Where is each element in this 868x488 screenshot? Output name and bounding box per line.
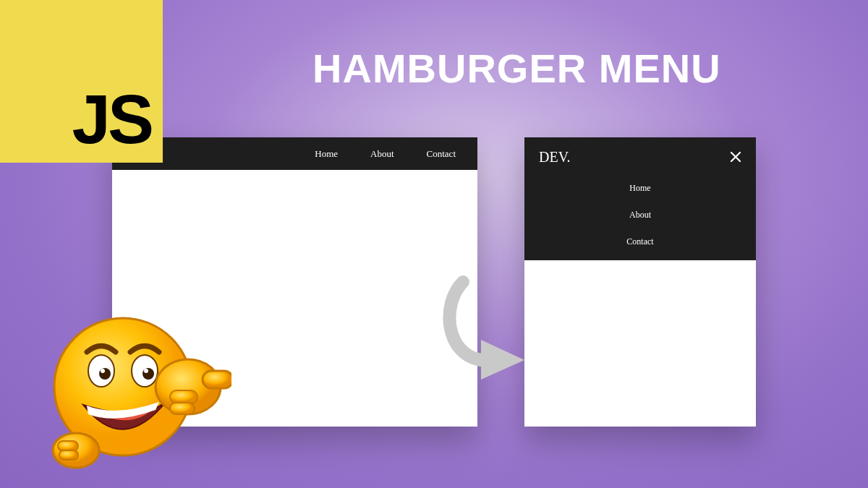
svg-rect-10 bbox=[170, 403, 195, 414]
close-icon[interactable] bbox=[730, 150, 741, 165]
mobile-nav-header: DEV. bbox=[539, 149, 741, 166]
svg-point-4 bbox=[142, 368, 154, 380]
mobile-link-contact[interactable]: Contact bbox=[626, 236, 653, 247]
mobile-link-home[interactable]: Home bbox=[629, 183, 650, 194]
mobile-nav-links: Home About Contact bbox=[539, 183, 741, 247]
mobile-link-about[interactable]: About bbox=[629, 210, 651, 221]
pointing-emoji-icon bbox=[43, 293, 231, 481]
svg-rect-12 bbox=[58, 441, 78, 451]
svg-point-3 bbox=[99, 368, 111, 380]
js-badge: JS bbox=[0, 0, 163, 163]
nav-link-about[interactable]: About bbox=[370, 148, 394, 160]
mobile-navbar: DEV. Home About Contact bbox=[524, 137, 756, 260]
mobile-nav-window: DEV. Home About Contact bbox=[524, 137, 756, 427]
page-title: HAMBURGER MENU bbox=[312, 45, 721, 92]
svg-rect-13 bbox=[59, 450, 78, 460]
js-badge-label: JS bbox=[72, 85, 151, 154]
nav-link-home[interactable]: Home bbox=[315, 148, 338, 160]
svg-point-5 bbox=[101, 369, 105, 373]
svg-rect-9 bbox=[170, 390, 197, 403]
nav-link-contact[interactable]: Contact bbox=[427, 148, 456, 160]
svg-point-6 bbox=[144, 369, 148, 373]
brand-logo: DEV. bbox=[539, 149, 571, 166]
desktop-navbar: V. Home About Contact bbox=[112, 137, 477, 170]
svg-rect-8 bbox=[203, 371, 231, 388]
